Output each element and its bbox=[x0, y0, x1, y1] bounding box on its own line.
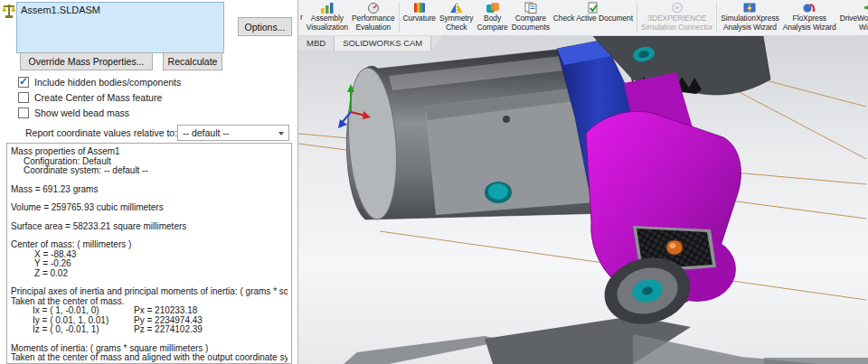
toolbar-item-label: Symmetry bbox=[439, 14, 473, 23]
checkbox-include-hidden-bodies[interactable]: Include hidden bodies/components bbox=[18, 76, 181, 89]
checkbox-label: Show weld bead mass bbox=[34, 107, 129, 118]
graphics-viewport[interactable] bbox=[298, 36, 868, 364]
mass-report: Mass properties of Assem1 Configuration:… bbox=[6, 143, 292, 364]
options-button[interactable]: Options... bbox=[238, 17, 292, 36]
selection-listbox[interactable]: Assem1.SLDASM bbox=[16, 2, 224, 53]
toolbar-item-label: DriveWorksXpress bbox=[840, 14, 868, 23]
toolbar-separator bbox=[399, 2, 400, 33]
report-line: Configuration: Default bbox=[11, 157, 288, 167]
report-line: Principal axes of inertia and principal … bbox=[11, 287, 288, 297]
report-line: Mass properties of Assem1 bbox=[11, 147, 288, 157]
mass-properties-icon bbox=[2, 3, 16, 21]
report-line: Ix = ( 1, -0.01, 0)Px = 210233.18 bbox=[11, 306, 288, 316]
toolbar-item-label: Evaluation bbox=[355, 23, 391, 32]
dropdown-value: -- default -- bbox=[183, 127, 229, 138]
threedexperience-icon bbox=[670, 1, 684, 13]
checkbox-create-center-of-mass[interactable]: Create Center of Mass feature bbox=[18, 91, 162, 104]
toolbar-separator bbox=[637, 2, 637, 33]
performance-evaluation-icon bbox=[366, 1, 381, 13]
toolbar-item-label: Performance bbox=[352, 14, 395, 23]
report-line: Coordinate system: -- default -- bbox=[11, 166, 288, 176]
toolbar-item-assembly-visualization[interactable]: Assembly Visualization bbox=[305, 0, 350, 36]
coordinate-values-label: Report coordinate values relative to: bbox=[25, 127, 177, 138]
check-active-document-icon bbox=[586, 1, 600, 13]
toolbar-item-floxpress-analysis-wizard[interactable]: FloXpress Analysis Wizard bbox=[781, 0, 838, 36]
toolbar-item-label: 3DEXPERIENCE bbox=[647, 14, 705, 23]
toolbar-item-performance-evaluation[interactable]: Performance Evaluation bbox=[350, 0, 397, 36]
toolbar-item-label: Check bbox=[446, 23, 467, 32]
symmetry-check-icon bbox=[449, 1, 464, 13]
chevron-down-icon bbox=[278, 132, 284, 135]
toolbar-item-label: Assembly bbox=[311, 14, 344, 23]
report-line: Iy = ( 0.01, 1, 0.01)Py = 2234974.43 bbox=[11, 316, 288, 326]
ribbon-toolbar: r Assembly Visualization Performance Eva… bbox=[298, 0, 868, 36]
toolbar-item-compare-documents[interactable]: Compare Documents bbox=[510, 0, 552, 36]
toolbar-item-body-compare[interactable]: Body Compare bbox=[475, 0, 509, 36]
simulationxpress-icon bbox=[742, 1, 757, 13]
toolbar-item-label: r bbox=[300, 13, 303, 22]
report-line: Volume = 259765.93 cubic millimeters bbox=[11, 203, 288, 213]
checkbox-label: Include hidden bodies/components bbox=[34, 77, 181, 88]
toolbar-item-label: Analysis Wizard bbox=[783, 23, 836, 32]
driveworksxpress-icon bbox=[863, 1, 868, 13]
report-line: Surface area = 58233.21 square millimete… bbox=[11, 222, 288, 232]
report-line: Mass = 691.23 grams bbox=[11, 185, 288, 195]
toolbar-item-label: Compare bbox=[515, 14, 546, 23]
report-line: Center of mass: ( millimeters ) bbox=[11, 240, 288, 250]
toolbar-item-label: Compare bbox=[476, 23, 507, 32]
recalculate-button[interactable]: Recalculate bbox=[163, 52, 222, 70]
toolbar-item-label: FloXpress bbox=[793, 14, 826, 23]
toolbar-item-label: Visualization bbox=[307, 23, 348, 32]
report-line: Iz = ( 0, -0.01, 1)Pz = 2274102.39 bbox=[11, 325, 288, 335]
report-line: Moments of inertia: ( grams * square mil… bbox=[11, 344, 288, 354]
report-line: X = -88.43 bbox=[11, 250, 288, 260]
assembly-visualization-icon bbox=[320, 1, 335, 13]
toolbar-item-3dexperience-simulation-connector[interactable]: 3DEXPERIENCE Simulation Connector bbox=[639, 0, 714, 36]
toolbar-item-simulationxpress-analysis-wizard[interactable]: SimulationXpress Analysis Wizard bbox=[719, 0, 781, 36]
compare-documents-icon bbox=[524, 1, 538, 13]
curvature-icon bbox=[412, 1, 427, 13]
toolbar-item-driveworksxpress-wizard[interactable]: DriveWorksXpress Wizard bbox=[838, 0, 868, 36]
report-line: Y = -0.26 bbox=[11, 259, 288, 269]
checkbox-show-weld-bead-mass[interactable]: Show weld bead mass bbox=[18, 107, 129, 119]
toolbar-item-label: Body bbox=[484, 14, 501, 23]
toolbar-item-label: Curvature bbox=[403, 14, 436, 23]
toolbar-item-label: Documents bbox=[512, 23, 550, 32]
coordinate-system-dropdown[interactable]: -- default -- bbox=[177, 125, 289, 141]
toolbar-item-label: SimulationXpress bbox=[721, 14, 779, 23]
commandmanager-tabs: MBD SOLIDWORKS CAM bbox=[298, 36, 442, 51]
toolbar-item-check-active-document[interactable]: Check Active Document bbox=[552, 0, 635, 36]
solidworks-window: r Assembly Visualization Performance Eva… bbox=[0, 0, 868, 364]
toolbar-item-symmetry-check[interactable]: Symmetry Check bbox=[438, 0, 475, 36]
model-shadow bbox=[344, 316, 868, 364]
checkbox-label: Create Center of Mass feature bbox=[34, 92, 162, 103]
tab-solidworks-cam[interactable]: SOLIDWORKS CAM bbox=[335, 36, 431, 51]
checkbox-box bbox=[18, 107, 29, 118]
tab-mbd[interactable]: MBD bbox=[298, 36, 335, 51]
mass-properties-dialog: Assem1.SLDASM Options... Override Mass P… bbox=[0, 0, 298, 364]
tab-strip-end bbox=[431, 36, 442, 51]
report-line: Z = 0.02 bbox=[11, 269, 288, 279]
body-compare-icon bbox=[486, 1, 500, 13]
checkbox-box bbox=[18, 92, 29, 103]
override-mass-properties-button[interactable]: Override Mass Properties... bbox=[20, 52, 153, 70]
toolbar-item-label: Wizard bbox=[859, 23, 868, 32]
toolbar-separator bbox=[716, 2, 717, 33]
viewport-3d-model[interactable] bbox=[298, 36, 868, 364]
report-line: Taken at the center of mass and aligned … bbox=[11, 353, 288, 363]
model-part-arm-face[interactable] bbox=[425, 87, 595, 215]
toolbar-item-label: Simulation Connector bbox=[641, 23, 712, 32]
toolbar-item-label: Check Active Document bbox=[553, 14, 633, 23]
toolbar-item-curvature[interactable]: Curvature bbox=[401, 0, 438, 36]
selected-document: Assem1.SLDASM bbox=[21, 5, 100, 15]
report-line: Taken at the center of mass. bbox=[11, 297, 288, 307]
toolbar-item-partial[interactable]: r bbox=[298, 0, 305, 23]
floxpress-icon bbox=[802, 1, 816, 13]
toolbar-item-label: Analysis Wizard bbox=[723, 23, 777, 32]
checkbox-box bbox=[18, 77, 29, 88]
